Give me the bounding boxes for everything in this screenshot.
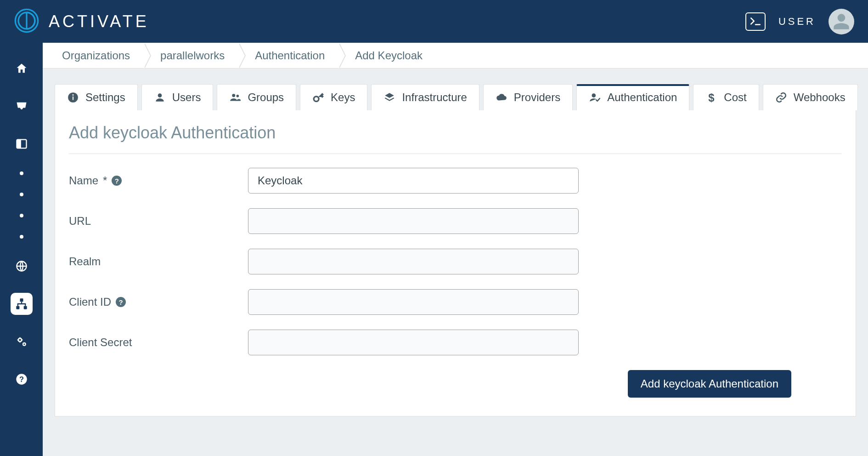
sidebar-item-home[interactable] <box>11 57 33 80</box>
tab-label: Keys <box>331 91 355 104</box>
input-client-id[interactable] <box>248 289 579 315</box>
tab-webhooks[interactable]: Webhooks <box>763 84 858 110</box>
svg-point-19 <box>314 97 319 102</box>
tab-label: Authentication <box>607 91 677 104</box>
label-realm: Realm <box>69 255 248 268</box>
svg-text:?: ? <box>19 375 24 383</box>
required-mark: * <box>103 174 107 187</box>
sidebar-dot <box>20 171 23 175</box>
tab-users[interactable]: Users <box>141 84 214 110</box>
sidebar-dot <box>20 193 23 196</box>
label-text: Client ID <box>69 296 111 308</box>
breadcrumb-add-keycloak[interactable]: Add Keycloak <box>338 43 436 68</box>
svg-rect-14 <box>73 97 73 100</box>
svg-rect-7 <box>16 306 19 309</box>
sidebar-item-panel[interactable] <box>11 133 33 155</box>
sidebar-item-help[interactable]: ? <box>11 368 33 390</box>
breadcrumb-authentication[interactable]: Authentication <box>238 43 338 68</box>
avatar-icon <box>832 12 851 31</box>
inbox-icon <box>15 100 28 113</box>
brand-name: ACTIVATE <box>49 12 149 31</box>
breadcrumb-organizations[interactable]: Organizations <box>45 43 144 68</box>
brand: ACTIVATE <box>14 8 149 35</box>
terminal-icon <box>750 17 761 27</box>
sidebar-item-globe[interactable] <box>11 255 33 277</box>
label-text: Realm <box>69 255 101 268</box>
sidebar: ? <box>0 43 43 456</box>
tab-groups[interactable]: Groups <box>217 84 296 110</box>
label-text: Name <box>69 174 98 187</box>
svg-rect-4 <box>17 140 21 148</box>
tab-label: Infrastructure <box>402 91 467 104</box>
svg-point-20 <box>592 93 596 97</box>
form-row-realm: Realm <box>69 249 842 274</box>
topbar-right: USER <box>745 9 854 34</box>
users-icon <box>229 91 241 103</box>
label-url: URL <box>69 215 248 228</box>
form-row-name: Name * ? <box>69 168 842 194</box>
input-client-secret[interactable] <box>248 330 579 355</box>
home-icon <box>15 62 28 75</box>
tab-label: Webhooks <box>794 91 845 104</box>
svg-point-17 <box>232 94 236 97</box>
terminal-button[interactable] <box>745 12 766 31</box>
sidebar-dot <box>20 235 23 239</box>
globe-icon <box>15 260 28 273</box>
sidebar-item-settings[interactable] <box>11 331 33 353</box>
label-client-id: Client ID ? <box>69 296 248 308</box>
help-icon[interactable]: ? <box>116 297 126 307</box>
link-icon <box>775 91 787 103</box>
tab-label: Groups <box>248 91 284 104</box>
brand-logo-icon <box>14 8 39 35</box>
tab-label: Settings <box>85 91 125 104</box>
topbar: ACTIVATE USER <box>0 0 868 43</box>
tab-label: Providers <box>514 91 560 104</box>
breadcrumb: Organizations parallelworks Authenticati… <box>43 43 868 68</box>
breadcrumb-parallelworks[interactable]: parallelworks <box>144 43 238 68</box>
form-row-client-id: Client ID ? <box>69 289 842 315</box>
user-icon <box>154 91 166 103</box>
content: Organizations parallelworks Authenticati… <box>43 43 868 456</box>
label-text: Client Secret <box>69 336 132 349</box>
form-row-url: URL <box>69 208 842 234</box>
form-actions: Add keycloak Authentication <box>69 370 842 398</box>
label-client-secret: Client Secret <box>69 336 248 349</box>
tab-label: Users <box>172 91 201 104</box>
submit-button[interactable]: Add keycloak Authentication <box>628 370 791 398</box>
help-icon: ? <box>15 373 28 386</box>
user-label: USER <box>778 16 816 28</box>
label-text: URL <box>69 215 91 228</box>
tab-infrastructure[interactable]: Infrastructure <box>371 84 479 110</box>
panel-icon <box>15 137 28 150</box>
svg-rect-8 <box>23 306 27 309</box>
input-realm[interactable] <box>248 249 579 274</box>
svg-point-16 <box>158 93 162 97</box>
svg-point-18 <box>237 95 239 97</box>
panel: Add keycloak Authentication Name * ? URL… <box>55 110 856 416</box>
input-name[interactable] <box>248 168 579 194</box>
tab-keys[interactable]: Keys <box>300 84 367 110</box>
sidebar-dot <box>20 214 23 217</box>
user-avatar[interactable] <box>829 9 854 34</box>
input-url[interactable] <box>248 208 579 234</box>
gears-icon <box>15 335 28 348</box>
svg-text:$: $ <box>709 91 715 103</box>
svg-point-15 <box>72 94 73 96</box>
tab-authentication[interactable]: Authentication <box>576 84 689 110</box>
org-icon <box>15 297 28 310</box>
svg-rect-6 <box>20 298 23 302</box>
key-icon <box>312 91 324 103</box>
sidebar-item-inbox[interactable] <box>11 95 33 117</box>
svg-point-10 <box>23 343 26 346</box>
tab-label: Cost <box>724 91 746 104</box>
help-icon[interactable]: ? <box>112 176 122 186</box>
form-row-client-secret: Client Secret <box>69 330 842 355</box>
tab-settings[interactable]: Settings <box>55 84 138 110</box>
user-check-icon <box>589 91 601 103</box>
sidebar-item-org[interactable] <box>11 293 33 315</box>
tab-providers[interactable]: Providers <box>483 84 573 110</box>
panel-title: Add keycloak Authentication <box>69 123 842 154</box>
tab-cost[interactable]: $ Cost <box>693 84 759 110</box>
cloud-icon <box>496 91 507 103</box>
label-name: Name * ? <box>69 174 248 187</box>
